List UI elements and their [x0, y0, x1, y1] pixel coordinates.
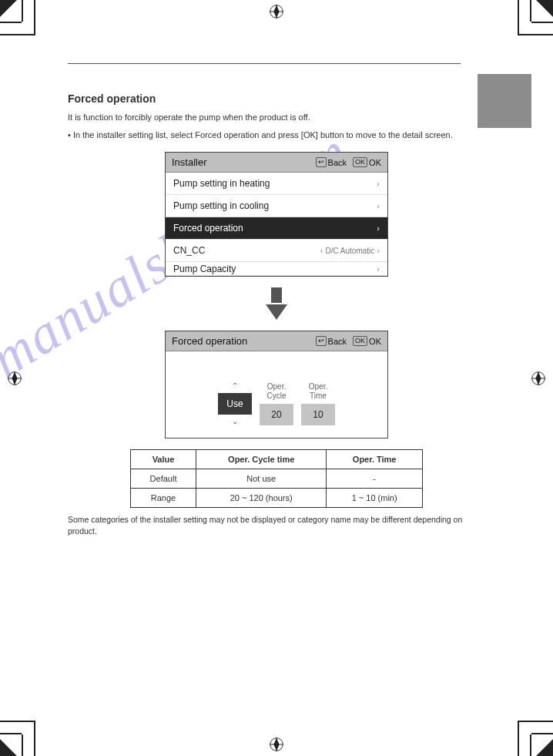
back-label: Back: [328, 337, 347, 346]
chevron-up-icon[interactable]: ⌃: [232, 382, 238, 390]
table-cell: Range: [131, 489, 196, 508]
table-header: Value: [131, 450, 196, 469]
menu-row-forced-operation[interactable]: Forced operation ›: [166, 217, 387, 240]
table-row: Range 20 ~ 120 (hours) 1 ~ 10 (min): [131, 489, 423, 508]
back-icon[interactable]: ↩: [316, 336, 327, 346]
row-label: CN_CC: [173, 245, 205, 256]
row-value: ‹ D/C Automatic ›: [320, 246, 380, 255]
value-oper-cycle[interactable]: 20: [260, 404, 293, 425]
lcd-title: Forced operation: [172, 335, 247, 347]
footnote: Some categories of the installer setting…: [68, 514, 485, 536]
step-bullet: In the installer setting list, select Fo…: [68, 129, 485, 142]
section-title: Forced operation: [68, 92, 485, 105]
section-description: It is function to forcibly operate the p…: [68, 111, 485, 124]
ok-icon[interactable]: OK: [353, 157, 367, 167]
chevron-right-icon: ›: [377, 246, 380, 255]
table-cell: -: [327, 469, 423, 489]
table-cell: Default: [131, 469, 196, 489]
chevron-down-icon[interactable]: ⌄: [232, 418, 238, 425]
registration-mark-icon: [530, 370, 547, 387]
menu-row-pump-cooling[interactable]: Pump setting in cooling ›: [166, 195, 387, 217]
chevron-right-icon: ›: [377, 223, 380, 233]
table-cell: Not use: [196, 469, 327, 489]
back-label: Back: [328, 158, 347, 167]
row-label: Pump setting in heating: [173, 178, 270, 189]
ok-label: OK: [369, 158, 381, 167]
table-header: Oper. Time: [327, 450, 423, 469]
registration-mark-icon: [6, 370, 23, 387]
chevron-right-icon: ›: [377, 264, 380, 274]
flow-arrow-icon: [68, 287, 485, 320]
lcd-forced-operation-detail: Forced operation ↩ Back OK OK ⌃ Use ⌄: [165, 331, 388, 438]
col-label-oper-cycle: Oper. Cycle: [266, 382, 286, 401]
header-rule: [68, 63, 461, 64]
spec-table: Value Oper. Cycle time Oper. Time Defaul…: [130, 449, 423, 508]
value-oper-time[interactable]: 10: [301, 404, 335, 425]
table-cell: 20 ~ 120 (hours): [196, 489, 327, 508]
back-icon[interactable]: ↩: [316, 157, 327, 167]
table-row: Value Oper. Cycle time Oper. Time: [131, 450, 423, 469]
menu-row-cn-cc[interactable]: CN_CC ‹ D/C Automatic ›: [166, 240, 387, 262]
chevron-left-icon: ‹: [320, 246, 323, 255]
table-cell: 1 ~ 10 (min): [327, 489, 423, 508]
menu-row-pump-capacity[interactable]: Pump Capacity ›: [166, 262, 387, 276]
ok-label: OK: [369, 337, 381, 346]
menu-row-pump-heating[interactable]: Pump setting in heating ›: [166, 173, 387, 195]
table-row: Default Not use -: [131, 469, 423, 489]
value-use-toggle[interactable]: Use: [218, 393, 252, 415]
row-label: Forced operation: [173, 223, 243, 234]
row-label: Pump setting in cooling: [173, 200, 269, 211]
col-label-oper-time: Oper. Time: [309, 382, 327, 401]
registration-mark-icon: [268, 736, 285, 753]
chevron-right-icon: ›: [377, 179, 380, 188]
lcd-installer-menu: Installer ↩ Back OK OK Pump setting in h…: [165, 152, 388, 277]
table-header: Oper. Cycle time: [196, 450, 327, 469]
row-label: Pump Capacity: [173, 264, 236, 274]
chevron-right-icon: ›: [377, 201, 380, 210]
registration-mark-icon: [268, 3, 285, 20]
page-tab: [478, 74, 531, 128]
lcd-title: Installer: [172, 156, 207, 168]
ok-icon[interactable]: OK: [353, 336, 367, 346]
